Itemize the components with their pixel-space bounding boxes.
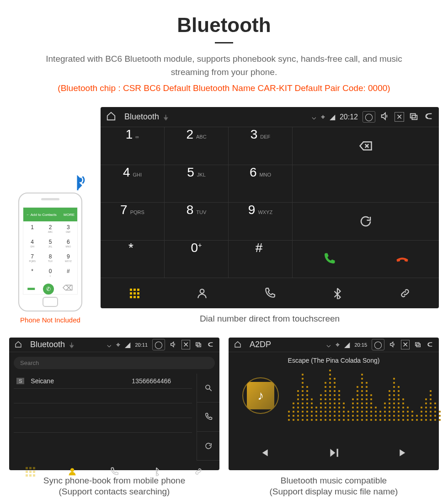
key-2[interactable]: 2ABC: [165, 127, 229, 165]
prev-track-button[interactable]: [229, 439, 299, 467]
phone-mockup: ← Add to Contacts MORE 1 2ABC 3DEF 4GHI …: [18, 193, 82, 311]
nav-keypad[interactable]: [101, 278, 168, 308]
search-input[interactable]: Search: [14, 357, 215, 369]
key-*[interactable]: *: [101, 241, 165, 279]
phone-note: Phone Not Included: [9, 316, 91, 324]
back-icon[interactable]: [207, 341, 214, 349]
dialer-caption: Dial number direct from touchscreen: [101, 314, 439, 324]
key-#[interactable]: #: [229, 241, 293, 279]
key-6[interactable]: 6MNO: [229, 165, 293, 203]
contact-row[interactable]: S Seicane 13566664466: [14, 374, 192, 389]
link-icon: [399, 287, 411, 299]
redial-button[interactable]: [293, 203, 439, 241]
blank-action: [293, 165, 439, 203]
visualizer: [288, 375, 430, 421]
location-icon: ⌖: [321, 113, 325, 121]
key-4[interactable]: 4GHI: [101, 165, 165, 203]
keypad-icon: [130, 289, 139, 298]
close-icon[interactable]: ✕: [395, 112, 404, 122]
svg-point-5: [206, 385, 210, 389]
back-icon[interactable]: [423, 111, 433, 123]
nav-bluetooth[interactable]: [304, 278, 371, 308]
nav-contacts[interactable]: [168, 278, 236, 308]
recent-icon[interactable]: [409, 111, 419, 123]
backspace-button[interactable]: [293, 127, 439, 165]
camera-icon[interactable]: ◯: [363, 111, 375, 123]
bluetooth-icon: ⌵: [312, 113, 316, 121]
home-icon[interactable]: [106, 111, 116, 123]
key-7[interactable]: 7PQRS: [101, 203, 165, 241]
page-title: Bluetooth: [9, 14, 439, 37]
key-0[interactable]: 0+: [165, 241, 229, 279]
status-bar: Bluetooth ⏚ ⌵ ⌖ ◢ 20:12 ◯ ✕: [101, 107, 439, 127]
back-icon[interactable]: [426, 341, 433, 349]
recent-icon[interactable]: [414, 341, 421, 349]
title-underline: [215, 42, 233, 43]
home-icon[interactable]: [15, 341, 22, 349]
key-5[interactable]: 5JKL: [165, 165, 229, 203]
contacts-device: Bluetooth ⏚ ⌵⌖◢ 20:11 ◯ ✕ Search S Seica…: [9, 338, 219, 470]
key-3[interactable]: 3DEF: [229, 127, 293, 165]
call-contact-button[interactable]: [197, 402, 219, 431]
dialer-device: Bluetooth ⏚ ⌵ ⌖ ◢ 20:12 ◯ ✕ 1∞2ABC3DEF4G…: [101, 107, 439, 308]
phone-icon: [264, 287, 276, 299]
key-9[interactable]: 9WXYZ: [229, 203, 293, 241]
person-icon: [196, 287, 208, 299]
wifi-icon: ◢: [330, 113, 335, 121]
key-8[interactable]: 8TUV: [165, 203, 229, 241]
camera-icon[interactable]: ◯: [152, 339, 165, 350]
bluetooth-specs: (Bluetooth chip : CSR BC6 Default Blueto…: [9, 83, 439, 93]
volume-icon[interactable]: [170, 341, 177, 349]
camera-icon[interactable]: ◯: [372, 339, 384, 350]
app-label: A2DP: [250, 340, 271, 349]
volume-icon[interactable]: [380, 111, 390, 123]
music-caption: Bluetooth music compatible (Support disp…: [229, 476, 439, 497]
contact-number: 13566664466: [132, 377, 171, 385]
clock: 20:12: [340, 113, 358, 121]
app-label: Bluetooth: [124, 112, 159, 122]
clock: 20:15: [354, 342, 367, 348]
volume-icon[interactable]: [389, 341, 396, 349]
svg-rect-7: [416, 343, 419, 346]
play-pause-button[interactable]: [299, 439, 368, 467]
svg-point-6: [71, 468, 74, 472]
contact-badge: S: [16, 378, 24, 384]
svg-rect-3: [196, 343, 200, 346]
nav-pair[interactable]: [371, 278, 439, 308]
close-icon[interactable]: ✕: [401, 340, 410, 349]
contact-name: Seicane: [31, 377, 54, 385]
song-title: Escape (The Pina Colada Song): [238, 357, 430, 364]
album-art-icon: ♪: [242, 377, 279, 414]
sync-button[interactable]: [197, 432, 219, 461]
close-icon[interactable]: ✕: [181, 340, 190, 349]
next-track-button[interactable]: [369, 439, 439, 467]
page-subtitle: Integrated with BC6 Bluetooth module, su…: [9, 53, 439, 79]
search-button[interactable]: [197, 374, 219, 402]
key-1[interactable]: 1∞: [101, 127, 165, 165]
hangup-button[interactable]: [366, 241, 439, 279]
music-device: A2DP ⌵⌖◢ 20:15 ◯ ✕ Escape (The Pina Cola…: [229, 338, 439, 470]
usb-icon: ⏚: [164, 113, 168, 121]
usb-icon: ⏚: [69, 341, 74, 349]
call-button[interactable]: [293, 241, 366, 279]
bluetooth-nav-icon: [331, 287, 343, 299]
recent-icon[interactable]: [195, 341, 202, 349]
nav-calls[interactable]: [236, 278, 304, 308]
home-icon[interactable]: [234, 341, 241, 349]
clock: 20:11: [135, 342, 148, 348]
svg-point-2: [200, 289, 204, 293]
app-label: Bluetooth: [30, 340, 65, 349]
bluetooth-signal-icon: [69, 175, 86, 195]
